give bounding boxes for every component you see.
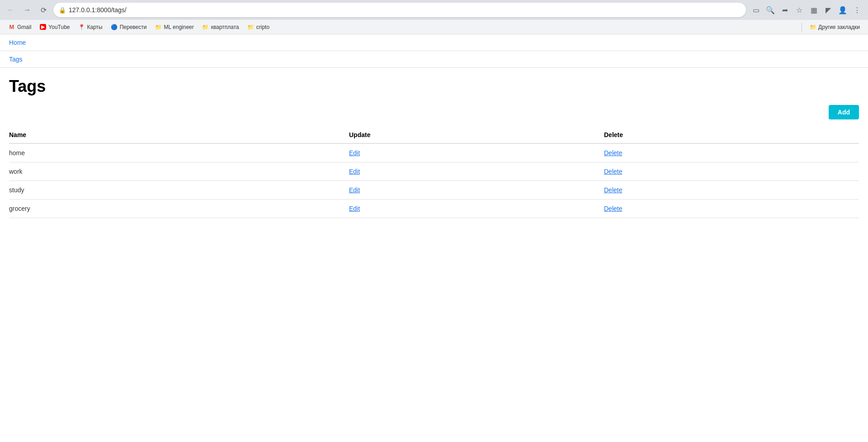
other-bookmarks-label: Другие закладки xyxy=(818,24,860,30)
bookmarks-right: 📁 Другие закладки xyxy=(800,22,863,32)
delete-button-3[interactable]: Delete xyxy=(604,205,622,212)
address-bar[interactable]: 🔒 127.0.0.1:8000/tags/ xyxy=(53,3,746,17)
lock-icon: 🔒 xyxy=(59,7,66,14)
delete-button-2[interactable]: Delete xyxy=(604,186,622,194)
bookmark-cripto-label: cripto xyxy=(256,24,269,30)
tag-delete-cell-1: Delete xyxy=(604,162,859,181)
edit-button-2[interactable]: Edit xyxy=(349,186,360,194)
col-header-name: Name xyxy=(9,127,349,143)
breadcrumb-tags[interactable]: Tags xyxy=(0,51,868,67)
bookmark-translate[interactable]: 🔵 Перевести xyxy=(107,22,151,32)
other-bookmarks[interactable]: 📁 Другие закладки xyxy=(806,22,863,32)
share-icon[interactable]: ➦ xyxy=(778,4,791,16)
folder-icon-ml: 📁 xyxy=(155,24,162,31)
youtube-icon: ▶ xyxy=(39,24,47,31)
table-row: work Edit Delete xyxy=(9,162,859,181)
folder-icon-other: 📁 xyxy=(809,24,816,31)
tag-name-3: grocery xyxy=(9,200,349,218)
bookmark-youtube-label: YouTube xyxy=(48,24,70,30)
bookmark-maps-label: Карты xyxy=(87,24,103,30)
table-row: grocery Edit Delete xyxy=(9,200,859,218)
split-screen-icon[interactable]: ◤ xyxy=(822,4,835,16)
folder-icon-cripto: 📁 xyxy=(247,24,255,31)
folder-icon-kvartplata: 📁 xyxy=(202,24,209,31)
tag-edit-cell-3: Edit xyxy=(349,200,604,218)
tag-edit-cell-2: Edit xyxy=(349,181,604,200)
bookmark-star-icon[interactable]: ☆ xyxy=(793,4,806,16)
tag-delete-cell-0: Delete xyxy=(604,143,859,162)
zoom-icon[interactable]: 🔍 xyxy=(764,4,777,16)
page-content: Home Tags Tags Add Name Update Delete ho… xyxy=(0,34,868,442)
col-header-delete: Delete xyxy=(604,127,859,143)
bookmark-maps[interactable]: 📍 Карты xyxy=(75,22,106,32)
tag-name-0: home xyxy=(9,143,349,162)
edit-button-3[interactable]: Edit xyxy=(349,205,360,212)
browser-chrome: ← → ⟳ 🔒 127.0.0.1:8000/tags/ ▭ 🔍 ➦ ☆ ▦ ◤… xyxy=(0,0,868,34)
bookmarks-bar: M Gmail ▶ YouTube 📍 Карты 🔵 Перевести 📁 … xyxy=(0,20,868,34)
profile-avatar[interactable]: 👤 xyxy=(836,4,849,16)
tag-name-1: work xyxy=(9,162,349,181)
breadcrumb-nav: Home Tags xyxy=(0,34,868,68)
bookmark-gmail-label: Gmail xyxy=(17,24,31,30)
bookmark-gmail[interactable]: M Gmail xyxy=(5,22,35,32)
edit-button-1[interactable]: Edit xyxy=(349,168,360,175)
table-row: home Edit Delete xyxy=(9,143,859,162)
gmail-icon: M xyxy=(8,24,15,31)
bookmark-ml-label: ML engineer xyxy=(164,24,193,30)
bookmark-translate-label: Перевести xyxy=(120,24,147,30)
toolbar-icons: ▭ 🔍 ➦ ☆ ▦ ◤ 👤 ⋮ xyxy=(750,4,863,16)
bookmark-kvartplata[interactable]: 📁 квартплата xyxy=(198,22,243,32)
url-text: 127.0.0.1:8000/tags/ xyxy=(69,6,127,14)
col-header-update: Update xyxy=(349,127,604,143)
edit-button-0[interactable]: Edit xyxy=(349,149,360,157)
delete-button-1[interactable]: Delete xyxy=(604,168,622,175)
menu-icon[interactable]: ⋮ xyxy=(851,4,863,16)
bookmark-cripto[interactable]: 📁 cripto xyxy=(244,22,273,32)
back-button[interactable]: ← xyxy=(5,4,17,16)
tag-delete-cell-3: Delete xyxy=(604,200,859,218)
cast-icon[interactable]: ▭ xyxy=(750,4,762,16)
table-header-row-cols: Name Update Delete xyxy=(9,127,859,143)
maps-icon: 📍 xyxy=(78,24,85,31)
reload-button[interactable]: ⟳ xyxy=(37,4,50,16)
page-title: Tags xyxy=(9,77,859,96)
tags-table: Name Update Delete home Edit Delete work… xyxy=(9,127,859,218)
tag-delete-cell-2: Delete xyxy=(604,181,859,200)
tag-edit-cell-1: Edit xyxy=(349,162,604,181)
extensions-icon[interactable]: ▦ xyxy=(807,4,820,16)
separator xyxy=(802,23,802,32)
translate-icon: 🔵 xyxy=(111,24,118,31)
bookmark-ml[interactable]: 📁 ML engineer xyxy=(151,22,197,32)
tag-name-2: study xyxy=(9,181,349,200)
bookmark-kvartplata-label: квартплата xyxy=(211,24,239,30)
breadcrumb-home[interactable]: Home xyxy=(0,34,868,51)
delete-button-0[interactable]: Delete xyxy=(604,149,622,157)
main-content: Tags Add Name Update Delete home Edit De… xyxy=(0,68,868,227)
browser-toolbar: ← → ⟳ 🔒 127.0.0.1:8000/tags/ ▭ 🔍 ➦ ☆ ▦ ◤… xyxy=(0,0,868,20)
tag-edit-cell-0: Edit xyxy=(349,143,604,162)
forward-button[interactable]: → xyxy=(21,4,33,16)
bookmark-youtube[interactable]: ▶ YouTube xyxy=(36,22,73,32)
table-header-row: Add xyxy=(9,105,859,119)
table-row: study Edit Delete xyxy=(9,181,859,200)
add-button[interactable]: Add xyxy=(829,105,859,119)
